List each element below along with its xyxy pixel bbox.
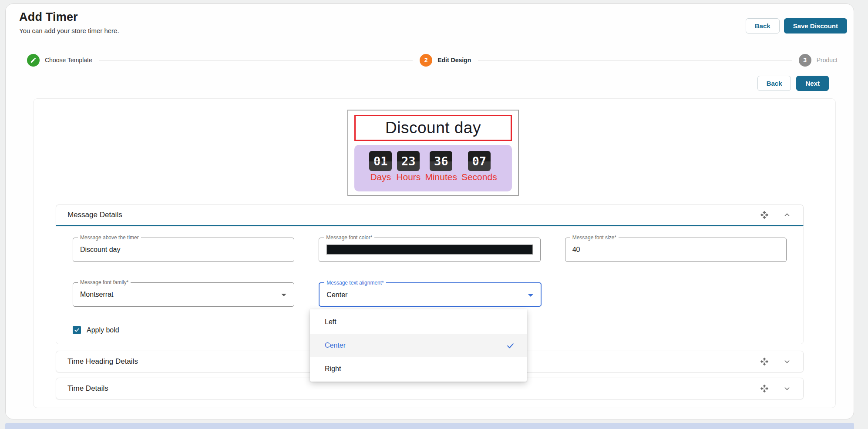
step-connector (478, 60, 792, 60)
text-alignment-select[interactable]: Message text alignment* Center (319, 282, 541, 307)
page-subtitle: You can add your store timer here. (19, 27, 119, 34)
countdown-hours: 23 Hours (396, 151, 421, 182)
dropdown-option-right[interactable]: Right (310, 357, 527, 381)
timer-preview: Discount day 01 Days 23 Hours 36 Minutes… (347, 110, 519, 196)
step-number-badge: 3 (799, 54, 811, 67)
color-swatch[interactable] (326, 245, 532, 255)
option-label: Right (325, 365, 341, 373)
pencil-icon (27, 54, 40, 67)
wizard-back-button[interactable]: Back (757, 76, 791, 91)
step-connector (99, 60, 413, 60)
countdown-minutes: 36 Minutes (425, 151, 457, 182)
apply-bold-label: Apply bold (87, 326, 119, 334)
seconds-label: Seconds (461, 172, 497, 182)
field-label: Message font color* (324, 235, 374, 241)
field-value: 40 (572, 246, 580, 254)
message-above-field[interactable]: Message above the timer Discount day (73, 238, 294, 262)
preview-message-frame: Discount day (354, 115, 512, 141)
alignment-dropdown-menu: Left Center Right (310, 309, 527, 382)
minutes-label: Minutes (425, 172, 457, 182)
drag-move-icon[interactable] (760, 384, 769, 393)
chevron-down-icon[interactable] (782, 357, 792, 366)
section-title: Time Heading Details (67, 357, 138, 366)
days-label: Days (370, 172, 391, 182)
step-choose-template[interactable]: Choose Template (27, 54, 92, 67)
chevron-down-icon (281, 294, 286, 296)
section-title: Message Details (67, 211, 122, 219)
dropdown-option-center[interactable]: Center (310, 334, 527, 357)
apply-bold-checkbox[interactable] (73, 326, 81, 334)
chevron-down-icon[interactable] (782, 384, 792, 393)
days-value: 01 (369, 151, 392, 171)
step-number-badge: 2 (420, 54, 432, 67)
font-family-select[interactable]: Message font family* Montserrat (73, 282, 294, 307)
field-value: Discount day (80, 246, 121, 254)
check-icon (506, 342, 515, 350)
option-label: Left (325, 318, 336, 326)
wizard-next-button[interactable]: Next (796, 76, 829, 91)
top-actions: Back Save Discount (746, 18, 847, 34)
hours-value: 23 (397, 151, 420, 171)
font-color-field[interactable]: Message font color* (319, 238, 540, 262)
page-title: Add Timer (19, 10, 119, 24)
minutes-value: 36 (430, 151, 452, 171)
preview-countdown: 01 Days 23 Hours 36 Minutes 07 Seconds (354, 145, 512, 191)
back-button[interactable]: Back (746, 18, 780, 34)
preview-message-text: Discount day (385, 119, 481, 137)
field-value: Montserrat (80, 291, 113, 298)
step-label: Product (817, 57, 838, 64)
step-label: Edit Design (437, 57, 471, 64)
seconds-value: 07 (468, 151, 491, 171)
save-discount-button[interactable]: Save Discount (784, 18, 847, 34)
countdown-days: 01 Days (369, 151, 392, 182)
step-edit-design[interactable]: 2 Edit Design (420, 54, 471, 67)
step-label: Choose Template (45, 57, 92, 64)
bottom-accent-strip (5, 423, 854, 429)
hours-label: Hours (396, 172, 421, 182)
field-label: Message above the timer (78, 235, 141, 241)
countdown-seconds: 07 Seconds (461, 151, 497, 182)
stepper: Choose Template 2 Edit Design 3 Product (27, 52, 838, 68)
field-value: Center (326, 291, 347, 299)
drag-move-icon[interactable] (760, 210, 769, 220)
option-label: Center (325, 342, 346, 349)
page-header: Add Timer You can add your store timer h… (19, 10, 119, 34)
field-label: Message font family* (78, 279, 131, 285)
section-title: Time Details (67, 384, 108, 393)
message-details-header[interactable]: Message Details (56, 204, 804, 226)
drag-move-icon[interactable] (760, 357, 769, 366)
wizard-nav: Back Next (757, 76, 829, 91)
field-label: Message text alignment* (324, 280, 386, 286)
chevron-up-icon[interactable] (782, 210, 792, 220)
dropdown-option-left[interactable]: Left (310, 310, 527, 334)
font-size-field[interactable]: Message font size* 40 (565, 238, 787, 262)
field-label: Message font size* (570, 235, 619, 241)
chevron-down-icon (528, 294, 533, 297)
step-product[interactable]: 3 Product (799, 54, 838, 67)
